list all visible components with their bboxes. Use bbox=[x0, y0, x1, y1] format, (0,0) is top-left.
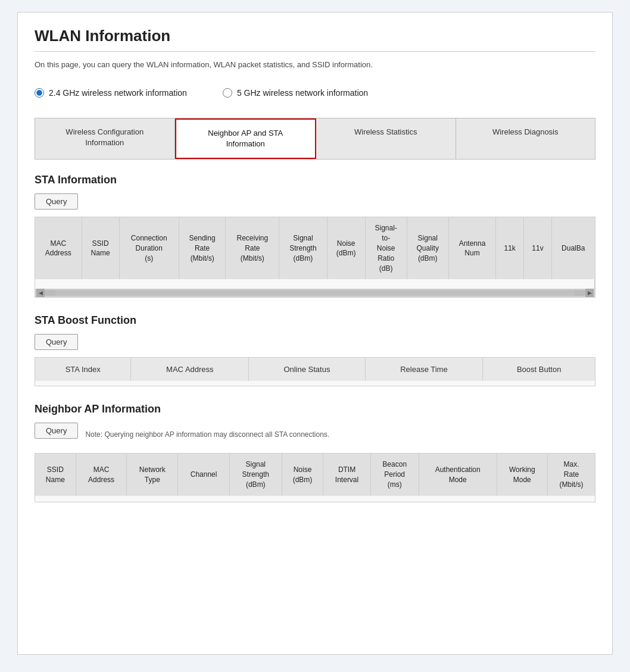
sta-table-empty-row bbox=[35, 279, 595, 289]
tab-neighbor-ap-sta[interactable]: Neighbor AP and STAInformation bbox=[175, 118, 317, 159]
sta-table-scrollbar[interactable]: ◀ ▶ bbox=[35, 289, 595, 297]
frequency-radio-group: 2.4 GHz wireless network information 5 G… bbox=[35, 81, 595, 105]
boost-table-empty-row bbox=[35, 381, 595, 386]
neighbor-ap-header-row: SSIDName MACAddress NetworkType Channel … bbox=[35, 454, 595, 495]
th-release-time: Release Time bbox=[365, 358, 483, 381]
scrollbar-track[interactable] bbox=[45, 290, 585, 296]
neighbor-ap-section: Neighbor AP Information Query Note: Quer… bbox=[35, 403, 595, 502]
th-sta-index: STA Index bbox=[35, 358, 131, 381]
th-online-status: Online Status bbox=[249, 358, 365, 381]
th-ap-working-mode: WorkingMode bbox=[497, 454, 547, 495]
th-ap-network-type: NetworkType bbox=[127, 454, 178, 495]
radio-5ghz[interactable]: 5 GHz wireless network information bbox=[223, 88, 368, 98]
radio-2-4ghz-label: 2.4 GHz wireless network information bbox=[49, 88, 187, 98]
page-title: WLAN Information bbox=[35, 27, 595, 45]
sta-boost-query-button[interactable]: Query bbox=[35, 334, 78, 350]
neighbor-ap-query-button[interactable]: Query bbox=[35, 423, 78, 439]
th-ap-beacon-period: BeaconPeriod(ms) bbox=[370, 454, 419, 495]
page-description: On this page, you can query the WLAN inf… bbox=[35, 60, 595, 69]
th-ap-signal-strength: SignalStrength(dBm) bbox=[229, 454, 282, 495]
th-11v: 11v bbox=[524, 217, 552, 279]
sta-table-header-row: MACAddress SSIDName ConnectionDuration(s… bbox=[35, 217, 595, 279]
title-divider bbox=[35, 51, 595, 52]
sta-boost-table: STA Index MAC Address Online Status Rele… bbox=[35, 358, 595, 386]
th-boost-button: Boost Button bbox=[483, 358, 595, 381]
ap-table-empty-row bbox=[35, 496, 595, 502]
th-ap-mac-address: MACAddress bbox=[76, 454, 127, 495]
sta-boost-section: STA Boost Function Query STA Index MAC A… bbox=[35, 314, 595, 386]
sta-boost-table-wrapper: STA Index MAC Address Online Status Rele… bbox=[35, 357, 595, 386]
th-dualba: DualBa bbox=[551, 217, 594, 279]
tabs-container: Wireless ConfigurationInformation Neighb… bbox=[35, 118, 595, 160]
th-ap-dtim-interval: DTIMInterval bbox=[323, 454, 370, 495]
th-receiving-rate: ReceivingRate(Mbit/s) bbox=[226, 217, 279, 279]
radio-5ghz-label: 5 GHz wireless network information bbox=[237, 88, 368, 98]
th-signal-quality: SignalQuality(dBm) bbox=[407, 217, 448, 279]
scroll-right-arrow[interactable]: ▶ bbox=[585, 289, 594, 297]
th-11k: 11k bbox=[496, 217, 524, 279]
neighbor-ap-note: Note: Querying neighbor AP information m… bbox=[85, 430, 329, 439]
neighbor-ap-table: SSIDName MACAddress NetworkType Channel … bbox=[35, 454, 595, 501]
th-ap-channel: Channel bbox=[178, 454, 230, 495]
th-ap-auth-mode: AuthenticationMode bbox=[419, 454, 497, 495]
sta-table: MACAddress SSIDName ConnectionDuration(s… bbox=[35, 217, 595, 289]
radio-2-4ghz[interactable]: 2.4 GHz wireless network information bbox=[35, 88, 187, 98]
sta-boost-header-row: STA Index MAC Address Online Status Rele… bbox=[35, 358, 595, 381]
radio-5ghz-input[interactable] bbox=[223, 88, 232, 98]
th-connection-duration: ConnectionDuration(s) bbox=[119, 217, 179, 279]
sta-information-section: STA Information Query MACAddress SSIDNam… bbox=[35, 174, 595, 298]
th-ap-noise: Noise(dBm) bbox=[282, 454, 323, 495]
th-ap-max-rate: Max.Rate(Mbit/s) bbox=[548, 454, 595, 495]
th-ap-ssid-name: SSIDName bbox=[35, 454, 76, 495]
sta-section-title: STA Information bbox=[35, 174, 595, 186]
tab-wireless-config[interactable]: Wireless ConfigurationInformation bbox=[35, 118, 175, 159]
neighbor-ap-query-row: Query Note: Querying neighbor AP informa… bbox=[35, 423, 595, 446]
th-noise: Noise(dBm) bbox=[327, 217, 365, 279]
th-ssid-name: SSIDName bbox=[82, 217, 119, 279]
scroll-left-arrow[interactable]: ◀ bbox=[36, 289, 45, 297]
neighbor-ap-title: Neighbor AP Information bbox=[35, 403, 595, 415]
sta-table-wrapper: MACAddress SSIDName ConnectionDuration(s… bbox=[35, 217, 595, 298]
page-container: WLAN Information On this page, you can q… bbox=[17, 12, 613, 655]
th-signal-strength: SignalStrength(dBm) bbox=[279, 217, 327, 279]
sta-query-button[interactable]: Query bbox=[35, 193, 78, 210]
neighbor-ap-table-wrapper: SSIDName MACAddress NetworkType Channel … bbox=[35, 453, 595, 502]
th-antenna-num: AntennaNum bbox=[448, 217, 496, 279]
th-mac-address: MACAddress bbox=[35, 217, 82, 279]
radio-2-4ghz-input[interactable] bbox=[35, 88, 44, 98]
th-sending-rate: SendingRate(Mbit/s) bbox=[179, 217, 226, 279]
tab-wireless-stats[interactable]: Wireless Statistics bbox=[316, 118, 456, 159]
th-snr: Signal-to-NoiseRatio(dB) bbox=[365, 217, 407, 279]
th-boost-mac-address: MAC Address bbox=[131, 358, 249, 381]
sta-boost-title: STA Boost Function bbox=[35, 314, 595, 327]
tab-wireless-diag[interactable]: Wireless Diagnosis bbox=[456, 118, 595, 159]
